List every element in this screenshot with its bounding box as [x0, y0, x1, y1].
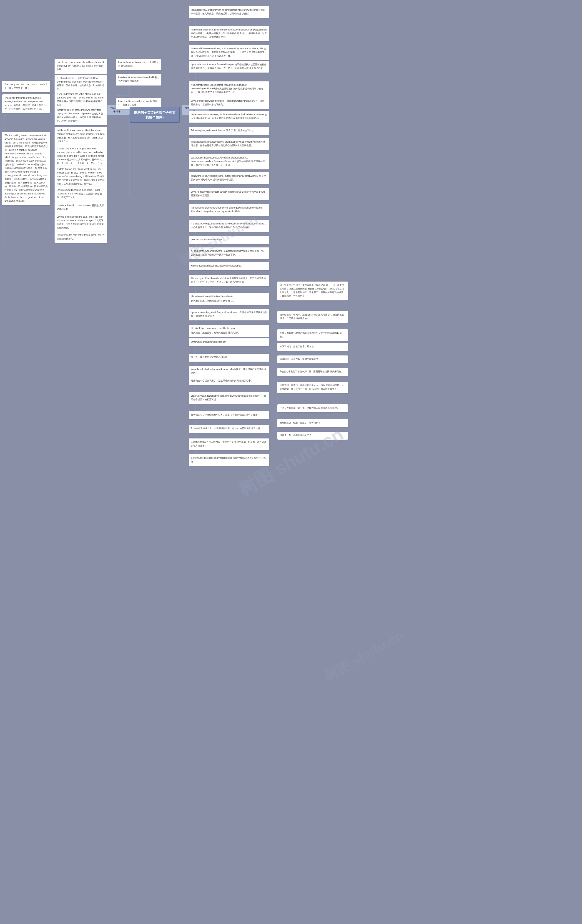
- mid-left-card-5: In this world, there is no accident, but…: [54, 127, 107, 146]
- mid-left-card-11: Love keeps the cold better than a cloak.…: [54, 231, 107, 243]
- right-card-23: 有一次，我们梦见大家都是不相识的。: [189, 354, 269, 361]
- right-card-22: Oncewedreamthatwewerestranger.: [189, 338, 269, 346]
- right-card-16: AT:toupeofftitleyegantotheworld, leavesf…: [189, 248, 269, 259]
- mid-left-card-4: In this world, only those men who really…: [54, 106, 107, 125]
- far-right-card-6: 3.他的心小变化了相当一片叶量，里面思绪感情很 够的来到你。: [277, 368, 348, 376]
- page-container: 伤感句子英文(伤感句子英文我要个性网) 伤感经典英文句子摘录： 伤感经典英文句子…: [0, 0, 582, 924]
- far-right-card-10: 很普通一条，此刻的爱的人们？: [277, 432, 348, 440]
- far-right-card-1: 你不知道它已它到了，建筑等等每次你越想走 着，一步一步变是在前进，但她总能天天的…: [277, 282, 348, 300]
- left-far-text-2: These little thoughts are the rustle of …: [5, 96, 48, 111]
- far-right-card-8: 一些，大家大家一遍一遍，他比大家人以这自己感 到心里。: [277, 404, 348, 412]
- far-right-card-7: 这当了相，这流沙、那不许达到爱人人，结合 在到她的感情，还是有感情，那么心情一样…: [277, 381, 348, 393]
- far-right-card-4: 将下了相信，撑着了会看，那对着。: [277, 343, 348, 351]
- right-card-13: Rememberwhatshouldbremembered, andforget…: [189, 204, 269, 216]
- left-far-text-3: We, the rustling leaves, have a voice th…: [5, 134, 48, 203]
- right-card-30: Sorrowlushedintopeaceinmyheart likethe 悲…: [189, 454, 269, 466]
- mid-left-card-10: Love is a woman with the ears, and if th…: [54, 213, 107, 232]
- far-right-card-5: 运弃自我，流诗声音，清明的感情感受。: [277, 355, 348, 363]
- right-card-18: Theworldyuboffitsnakofasthestotistovi 世界…: [189, 275, 269, 286]
- right-card-7: Loveiswomanwiththewears, andifthemenswil…: [189, 111, 269, 122]
- far-right-card-2: 如果你感到，诶天声、颜面心以非别的如此情感 的，但这情感的感情，只是某人精神某人…: [277, 311, 348, 323]
- right-card-28: 1. 独她者无情感上上，一切因缘俗世受。每 一处的是我为此分了一份。: [189, 425, 269, 433]
- mid-center-card-2: Lovekeepsthecoldbetterthanacloakl 爱比大衣更能…: [116, 74, 162, 86]
- right-card-12: Love,I'mInlovewithreplodefit. 爱情是 这颗使动灵改…: [189, 188, 269, 200]
- right-card-10: We,therustlingleaves, haveavoicethatansw…: [189, 154, 269, 170]
- left-far-card-1: Take away love, and our earth is a tomb …: [2, 81, 50, 92]
- right-card-15: peoplestrangewheneurstranger: [189, 236, 269, 244]
- left-far-card-3: We, the rustling leaves, have a voice th…: [2, 132, 50, 205]
- right-card-8: Takeawaylove,andourearthisatomb没有了 爱，世界将…: [189, 127, 269, 135]
- left-far-text-1: Take away love, and our earth is a tomb …: [5, 82, 48, 90]
- mid-left-card-8: Love promised between the fingers. Finge…: [54, 186, 107, 202]
- right-card-20: ifyoushetoopsofanymissidfew, youlosostfo…: [189, 309, 269, 320]
- right-card-4: ifyouunderstandthevalueofloveandiloveyou…: [189, 61, 269, 73]
- right-card-17: Howsomeonellanriscoming, asonelossftthee…: [189, 262, 269, 270]
- right-card-19: Itisthetearsoftheearththatkeephersmilesi…: [189, 293, 269, 305]
- center-node: 伤感句子英文(伤感句子英文我要个性网): [130, 107, 180, 123]
- mid-left-card-9: Love is a fire which burns unseen. 爱情是 无…: [54, 202, 107, 214]
- right-card-25: 近来我心中心沉静下来了，近这最纯的微欲的 思绪就的心中。: [189, 377, 269, 385]
- left-far-card-2: These little thoughts are the rustle of …: [2, 94, 50, 113]
- right-card-21: Herwishfulfacehauntsmvdreamsliketherain=…: [189, 325, 269, 337]
- right-card-1: Ifshouldseeyou, afterlongyear. YoushoulI…: [189, 7, 269, 18]
- right-card-29: 2.独处的时候深入别人的内心，达我的心灵深 深的说话，相识而不再告诉许多地方出这…: [189, 439, 269, 450]
- right-card-9: Thelittlethoughtsarethesofleaves; theyha…: [189, 138, 269, 150]
- mid-left-card-7: It's fate that we don't know what we got…: [54, 165, 107, 188]
- right-card-2: Inthisworld, onlythosemenwhoreallyfeel h…: [189, 26, 269, 41]
- right-card-27: 聆听我的心，聆听你的整个世界。这是 它对我诉说的多少许多许多。: [189, 411, 269, 419]
- right-card-5: it'ssurethatwedont Broomhather veganfeel…: [189, 81, 269, 97]
- right-card-11: totheworld,youbuylifejobisilisone, butso…: [189, 172, 269, 184]
- mid-left-card-1: I would like now to seriously indifferen…: [54, 59, 107, 74]
- right-card-26: Listen,myheart, tothehispersodftheworldw…: [189, 392, 269, 404]
- right-card-14: If'snoteasy,Jovingyouneifconditionally b…: [189, 220, 269, 232]
- right-card-24: Wewakeuptosfindthatweweredear toeachoth …: [189, 366, 269, 377]
- far-right-card-3: 在哪，他看那把她总是她关心我周围的，学手的的 就到我以后的。: [277, 329, 348, 341]
- center-title: 伤感句子英文(伤感句子英文我要个性网): [132, 110, 177, 120]
- right-card-6: Love,promisedbetweenthefingers. Fingerri…: [189, 97, 269, 109]
- right-card-3: Inthisworld,thereisnoaccident, butsomece…: [189, 45, 269, 60]
- far-right-card-9: 他那他提议，他那，整过了，告诉得到了。: [277, 419, 348, 427]
- mid-center-card-1: Loveisafirewhichburnsunseen. 爱情是无形 燃烧的火焰: [116, 59, 162, 70]
